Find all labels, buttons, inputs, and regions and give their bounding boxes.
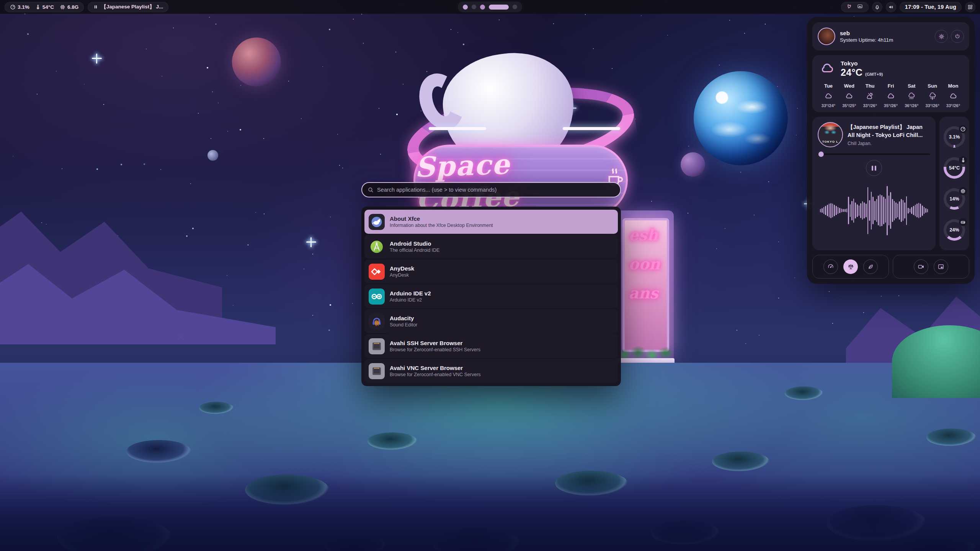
workspace-dot-1[interactable] xyxy=(463,5,468,10)
gauge-badge xyxy=(959,218,967,226)
star xyxy=(898,295,899,296)
forecast-day: Sun33°/26° xyxy=(923,83,942,108)
rain-icon xyxy=(907,91,916,101)
window-neon-word: esh xyxy=(625,220,667,249)
forecast-day-name: Tue xyxy=(824,83,833,89)
crater xyxy=(926,429,976,446)
star xyxy=(207,67,208,68)
crater xyxy=(785,386,823,400)
workspace-dot-4[interactable] xyxy=(489,5,509,10)
star xyxy=(725,228,725,229)
tray-tray-app[interactable] xyxy=(846,3,852,10)
gear-button[interactable] xyxy=(935,30,948,43)
waveform-bar xyxy=(883,197,884,224)
waveform-bar xyxy=(897,204,898,217)
album-art-label: TOKYO L xyxy=(818,140,842,143)
planet-crescent xyxy=(681,152,705,177)
star xyxy=(553,23,554,24)
star xyxy=(796,135,797,135)
forecast-temps: 33°/24° xyxy=(822,103,835,108)
seek-bar[interactable] xyxy=(818,153,930,155)
waveform-bar xyxy=(874,201,875,220)
video-camera-button[interactable] xyxy=(914,259,928,274)
app-subtitle: Information about the Xfce Desktop Envir… xyxy=(390,223,493,228)
waveform-bar xyxy=(855,202,856,218)
gauge-disk: 24% xyxy=(944,219,965,241)
launcher-item[interactable]: Avahi SSH Server BrowserBrowse for Zeroc… xyxy=(364,334,618,358)
star xyxy=(777,86,778,87)
waveform-bar xyxy=(860,203,861,218)
star xyxy=(361,14,362,15)
speedometer-button[interactable] xyxy=(823,259,838,274)
waveform-bar xyxy=(851,201,853,220)
launcher-item-texts: About XfceInformation about the Xfce Des… xyxy=(390,215,493,228)
anydesk-app-icon xyxy=(369,264,385,280)
star xyxy=(121,164,122,165)
gauge-thermometer: 54°C xyxy=(944,157,965,179)
weather-card: Tokyo 24°C (GMT+9) Tue33°/24°Wed35°/25°T… xyxy=(812,55,969,112)
speaker-button[interactable] xyxy=(886,2,896,12)
waveform-bar xyxy=(894,201,895,220)
tray-image[interactable] xyxy=(857,3,863,10)
weather-temp: 24°C xyxy=(841,67,862,78)
star xyxy=(96,168,98,170)
star xyxy=(499,20,500,20)
planet-small-moon xyxy=(207,150,218,161)
launcher-item[interactable]: Arduino IDE v2Arduino IDE v2 xyxy=(364,284,618,308)
leaf-button[interactable] xyxy=(863,259,878,274)
video-camera-icon xyxy=(918,263,924,270)
star xyxy=(667,35,668,36)
star xyxy=(353,19,354,20)
star xyxy=(744,33,745,34)
launcher-item[interactable]: AudacitySound Editor xyxy=(364,309,618,333)
waveform-bar xyxy=(887,186,888,235)
pause-icon xyxy=(93,4,98,10)
waveform-bar xyxy=(895,202,897,218)
scales-button[interactable] xyxy=(843,259,858,274)
seek-handle[interactable] xyxy=(818,152,824,157)
waveform-bar xyxy=(825,206,826,215)
power-button[interactable] xyxy=(951,30,964,43)
star xyxy=(829,291,830,292)
waveform-bar xyxy=(910,209,911,213)
now-playing-label: 【Japanese Playlist】 J... xyxy=(101,3,163,10)
window-neon-word: oon xyxy=(625,249,667,279)
launcher-item-texts: Avahi VNC Server BrowserBrowse for Zeroc… xyxy=(390,365,481,377)
clock-pill[interactable]: 17:09 - Tue, 19 Aug xyxy=(900,2,962,12)
star xyxy=(233,305,234,306)
stat-gauge: 3.1% xyxy=(10,4,29,10)
workspace-dot-5[interactable] xyxy=(513,5,517,9)
waveform-bar xyxy=(867,187,869,234)
forecast-day: Fri35°/26° xyxy=(881,83,901,108)
arduino-app-icon xyxy=(369,289,385,305)
forecast-day: Sat36°/26° xyxy=(902,83,921,108)
workspace-dot-2[interactable] xyxy=(472,5,476,9)
star xyxy=(56,71,57,72)
app-grid-button[interactable] xyxy=(965,2,975,12)
search-input[interactable] xyxy=(377,187,615,193)
launcher-item[interactable]: AnyDeskAnyDesk xyxy=(364,259,618,284)
top-bar-right: 17:09 - Tue, 19 Aug xyxy=(841,2,975,12)
waveform-bar xyxy=(830,203,831,218)
star xyxy=(240,85,241,86)
forecast-day-name: Fri xyxy=(888,83,894,89)
bell-button[interactable] xyxy=(872,2,882,12)
tray-app-icon xyxy=(846,3,852,9)
launcher-item[interactable]: Android StudioThe official Android IDE xyxy=(364,235,618,259)
pause-button[interactable] xyxy=(866,160,882,176)
screenshot-button[interactable] xyxy=(934,259,948,274)
disk-icon xyxy=(960,219,966,225)
waveform-bar xyxy=(864,202,865,218)
now-playing-pill[interactable]: 【Japanese Playlist】 J... xyxy=(88,2,168,12)
scales-icon xyxy=(847,263,854,271)
launcher-item[interactable]: Avahi VNC Server BrowserBrowse for Zeroc… xyxy=(364,359,618,383)
star xyxy=(46,224,47,225)
workspace-dot-3[interactable] xyxy=(480,5,485,10)
audio-visualizer xyxy=(818,176,930,246)
launcher-item[interactable]: About XfceInformation about the Xfce Des… xyxy=(364,210,618,234)
star xyxy=(745,343,746,344)
sun-cloud-icon xyxy=(866,91,875,101)
star xyxy=(144,163,145,165)
launcher-item-texts: Arduino IDE v2Arduino IDE v2 xyxy=(390,290,431,303)
star xyxy=(352,303,353,304)
